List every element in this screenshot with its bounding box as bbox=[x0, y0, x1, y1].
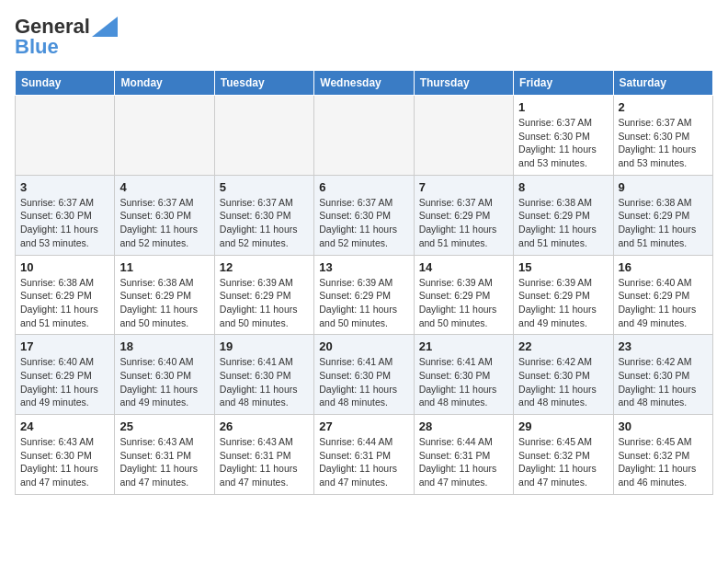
calendar-table: SundayMondayTuesdayWednesdayThursdayFrid… bbox=[15, 70, 713, 495]
day-info: Sunrise: 6:38 AM Sunset: 6:29 PM Dayligh… bbox=[619, 196, 708, 250]
day-info: Sunrise: 6:44 AM Sunset: 6:31 PM Dayligh… bbox=[419, 435, 508, 489]
calendar-header-row: SundayMondayTuesdayWednesdayThursdayFrid… bbox=[16, 71, 713, 96]
day-info: Sunrise: 6:39 AM Sunset: 6:29 PM Dayligh… bbox=[518, 276, 608, 330]
calendar-cell bbox=[214, 96, 313, 176]
svg-marker-0 bbox=[92, 17, 118, 37]
weekday-header-tuesday: Tuesday bbox=[214, 71, 313, 96]
calendar-cell: 16Sunrise: 6:40 AM Sunset: 6:29 PM Dayli… bbox=[613, 255, 712, 335]
calendar-cell: 6Sunrise: 6:37 AM Sunset: 6:30 PM Daylig… bbox=[314, 175, 414, 255]
weekday-header-thursday: Thursday bbox=[414, 71, 513, 96]
day-number: 6 bbox=[319, 180, 408, 194]
day-number: 9 bbox=[619, 180, 708, 194]
day-number: 20 bbox=[319, 339, 408, 353]
calendar-week-5: 24Sunrise: 6:43 AM Sunset: 6:30 PM Dayli… bbox=[16, 415, 713, 495]
day-number: 27 bbox=[319, 419, 408, 433]
calendar-cell: 19Sunrise: 6:41 AM Sunset: 6:30 PM Dayli… bbox=[214, 335, 313, 415]
day-number: 24 bbox=[20, 419, 109, 433]
calendar-body: 1Sunrise: 6:37 AM Sunset: 6:30 PM Daylig… bbox=[16, 96, 713, 495]
day-info: Sunrise: 6:37 AM Sunset: 6:30 PM Dayligh… bbox=[619, 116, 708, 170]
calendar-cell: 25Sunrise: 6:43 AM Sunset: 6:31 PM Dayli… bbox=[115, 415, 214, 495]
day-number: 15 bbox=[518, 260, 608, 274]
day-number: 28 bbox=[419, 419, 508, 433]
day-info: Sunrise: 6:40 AM Sunset: 6:29 PM Dayligh… bbox=[619, 276, 708, 330]
day-number: 11 bbox=[119, 260, 209, 274]
day-info: Sunrise: 6:38 AM Sunset: 6:29 PM Dayligh… bbox=[20, 276, 109, 330]
calendar-cell: 23Sunrise: 6:42 AM Sunset: 6:30 PM Dayli… bbox=[613, 335, 712, 415]
calendar-cell: 26Sunrise: 6:43 AM Sunset: 6:31 PM Dayli… bbox=[214, 415, 313, 495]
day-info: Sunrise: 6:42 AM Sunset: 6:30 PM Dayligh… bbox=[619, 355, 708, 409]
calendar-cell: 13Sunrise: 6:39 AM Sunset: 6:29 PM Dayli… bbox=[314, 255, 414, 335]
calendar-cell bbox=[314, 96, 414, 176]
calendar-week-2: 3Sunrise: 6:37 AM Sunset: 6:30 PM Daylig… bbox=[16, 175, 713, 255]
calendar-week-3: 10Sunrise: 6:38 AM Sunset: 6:29 PM Dayli… bbox=[16, 255, 713, 335]
day-info: Sunrise: 6:43 AM Sunset: 6:31 PM Dayligh… bbox=[119, 435, 209, 489]
day-number: 21 bbox=[419, 339, 508, 353]
day-info: Sunrise: 6:37 AM Sunset: 6:30 PM Dayligh… bbox=[119, 196, 209, 250]
day-info: Sunrise: 6:44 AM Sunset: 6:31 PM Dayligh… bbox=[319, 435, 408, 489]
calendar-cell: 5Sunrise: 6:37 AM Sunset: 6:30 PM Daylig… bbox=[214, 175, 313, 255]
day-number: 5 bbox=[220, 180, 309, 194]
calendar-cell: 1Sunrise: 6:37 AM Sunset: 6:30 PM Daylig… bbox=[514, 96, 613, 176]
calendar-cell: 9Sunrise: 6:38 AM Sunset: 6:29 PM Daylig… bbox=[613, 175, 712, 255]
day-info: Sunrise: 6:39 AM Sunset: 6:29 PM Dayligh… bbox=[220, 276, 309, 330]
calendar-cell: 12Sunrise: 6:39 AM Sunset: 6:29 PM Dayli… bbox=[214, 255, 313, 335]
calendar-cell: 8Sunrise: 6:38 AM Sunset: 6:29 PM Daylig… bbox=[514, 175, 613, 255]
day-number: 14 bbox=[419, 260, 508, 274]
day-info: Sunrise: 6:45 AM Sunset: 6:32 PM Dayligh… bbox=[518, 435, 608, 489]
day-number: 16 bbox=[619, 260, 708, 274]
calendar-cell: 30Sunrise: 6:45 AM Sunset: 6:32 PM Dayli… bbox=[613, 415, 712, 495]
calendar-cell bbox=[16, 96, 115, 176]
day-number: 13 bbox=[319, 260, 408, 274]
day-number: 4 bbox=[119, 180, 209, 194]
calendar-cell: 15Sunrise: 6:39 AM Sunset: 6:29 PM Dayli… bbox=[514, 255, 613, 335]
calendar-cell: 3Sunrise: 6:37 AM Sunset: 6:30 PM Daylig… bbox=[16, 175, 115, 255]
calendar-cell: 14Sunrise: 6:39 AM Sunset: 6:29 PM Dayli… bbox=[414, 255, 513, 335]
day-info: Sunrise: 6:40 AM Sunset: 6:30 PM Dayligh… bbox=[119, 355, 209, 409]
day-number: 22 bbox=[518, 339, 608, 353]
day-number: 26 bbox=[220, 419, 309, 433]
calendar-week-4: 17Sunrise: 6:40 AM Sunset: 6:29 PM Dayli… bbox=[16, 335, 713, 415]
day-number: 8 bbox=[518, 180, 608, 194]
weekday-header-saturday: Saturday bbox=[613, 71, 712, 96]
page-header: General Blue bbox=[15, 15, 713, 59]
day-number: 1 bbox=[518, 100, 608, 114]
day-number: 30 bbox=[619, 419, 708, 433]
calendar-cell: 10Sunrise: 6:38 AM Sunset: 6:29 PM Dayli… bbox=[16, 255, 115, 335]
day-info: Sunrise: 6:37 AM Sunset: 6:29 PM Dayligh… bbox=[419, 196, 508, 250]
calendar-cell bbox=[414, 96, 513, 176]
weekday-header-sunday: Sunday bbox=[16, 71, 115, 96]
day-info: Sunrise: 6:42 AM Sunset: 6:30 PM Dayligh… bbox=[518, 355, 608, 409]
day-number: 17 bbox=[20, 339, 109, 353]
weekday-header-wednesday: Wednesday bbox=[314, 71, 414, 96]
day-info: Sunrise: 6:43 AM Sunset: 6:31 PM Dayligh… bbox=[220, 435, 309, 489]
day-number: 18 bbox=[119, 339, 209, 353]
day-info: Sunrise: 6:45 AM Sunset: 6:32 PM Dayligh… bbox=[619, 435, 708, 489]
day-number: 10 bbox=[20, 260, 109, 274]
day-number: 29 bbox=[518, 419, 608, 433]
day-number: 7 bbox=[419, 180, 508, 194]
day-info: Sunrise: 6:41 AM Sunset: 6:30 PM Dayligh… bbox=[220, 355, 309, 409]
calendar-cell: 21Sunrise: 6:41 AM Sunset: 6:30 PM Dayli… bbox=[414, 335, 513, 415]
day-number: 23 bbox=[619, 339, 708, 353]
calendar-cell: 24Sunrise: 6:43 AM Sunset: 6:30 PM Dayli… bbox=[16, 415, 115, 495]
day-info: Sunrise: 6:43 AM Sunset: 6:30 PM Dayligh… bbox=[20, 435, 109, 489]
day-info: Sunrise: 6:37 AM Sunset: 6:30 PM Dayligh… bbox=[518, 116, 608, 170]
logo-icon bbox=[92, 17, 118, 37]
calendar-cell: 29Sunrise: 6:45 AM Sunset: 6:32 PM Dayli… bbox=[514, 415, 613, 495]
calendar-cell: 20Sunrise: 6:41 AM Sunset: 6:30 PM Dayli… bbox=[314, 335, 414, 415]
day-info: Sunrise: 6:41 AM Sunset: 6:30 PM Dayligh… bbox=[419, 355, 508, 409]
calendar-week-1: 1Sunrise: 6:37 AM Sunset: 6:30 PM Daylig… bbox=[16, 96, 713, 176]
calendar-cell: 7Sunrise: 6:37 AM Sunset: 6:29 PM Daylig… bbox=[414, 175, 513, 255]
day-info: Sunrise: 6:38 AM Sunset: 6:29 PM Dayligh… bbox=[119, 276, 209, 330]
day-info: Sunrise: 6:41 AM Sunset: 6:30 PM Dayligh… bbox=[319, 355, 408, 409]
day-number: 3 bbox=[20, 180, 109, 194]
calendar-cell: 4Sunrise: 6:37 AM Sunset: 6:30 PM Daylig… bbox=[115, 175, 214, 255]
calendar-cell: 27Sunrise: 6:44 AM Sunset: 6:31 PM Dayli… bbox=[314, 415, 414, 495]
day-info: Sunrise: 6:38 AM Sunset: 6:29 PM Dayligh… bbox=[518, 196, 608, 250]
day-info: Sunrise: 6:37 AM Sunset: 6:30 PM Dayligh… bbox=[220, 196, 309, 250]
day-number: 12 bbox=[220, 260, 309, 274]
calendar-cell: 2Sunrise: 6:37 AM Sunset: 6:30 PM Daylig… bbox=[613, 96, 712, 176]
day-info: Sunrise: 6:37 AM Sunset: 6:30 PM Dayligh… bbox=[319, 196, 408, 250]
day-info: Sunrise: 6:39 AM Sunset: 6:29 PM Dayligh… bbox=[419, 276, 508, 330]
day-info: Sunrise: 6:39 AM Sunset: 6:29 PM Dayligh… bbox=[319, 276, 408, 330]
